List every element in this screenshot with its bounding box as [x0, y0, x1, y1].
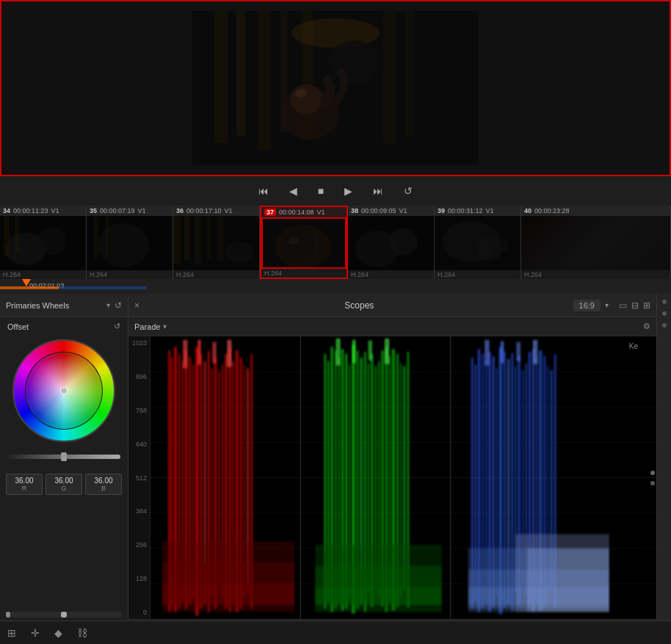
right-edge-markers	[650, 471, 655, 485]
loop-button[interactable]: ↺	[399, 182, 417, 200]
svg-point-32	[289, 237, 299, 245]
clip-track-38: V1	[399, 207, 407, 214]
timeline-clip-35[interactable]: 35 00:00:07:19 V1 H.264	[87, 206, 173, 279]
clip-timecode-39: 00:00:31:12	[448, 207, 483, 214]
transport-controls: ⏮ ◀ ■ ▶ ⏭ ↺	[0, 176, 671, 206]
color-wheel-wrapper[interactable]	[15, 341, 113, 440]
lum-slider-track[interactable]	[6, 612, 122, 618]
g-label: G	[48, 485, 80, 492]
parade-mode-label[interactable]: Parade	[134, 322, 160, 331]
g-value-box[interactable]: 36.00 G	[46, 474, 82, 495]
color-wheel-container	[0, 336, 128, 446]
b-label: B	[87, 485, 120, 492]
clip-number-37: 37	[264, 209, 276, 216]
parade-dropdown-arrow[interactable]: ▾	[163, 322, 167, 330]
svg-rect-1	[214, 11, 228, 143]
svg-rect-21	[105, 216, 109, 256]
blue-channel-waveform	[468, 340, 609, 614]
primaries-wheels-label: Primaries Wheels	[6, 301, 102, 310]
svg-rect-109	[352, 340, 356, 363]
r-value-box[interactable]: 36.00 R	[6, 474, 43, 495]
right-panel-dot-1	[662, 300, 667, 304]
svg-rect-107	[315, 587, 441, 612]
color-wheel-handle[interactable]	[60, 387, 68, 394]
quad-view-icon[interactable]: ⊞	[643, 300, 650, 311]
single-view-icon[interactable]: ▭	[619, 300, 627, 311]
clip-number-36: 36	[176, 207, 184, 214]
green-channel-waveform	[315, 339, 441, 613]
skip-forward-button[interactable]: ⏭	[369, 182, 388, 200]
clip-timecode-40: 00:00:23:28	[534, 207, 570, 214]
clip35-scene	[87, 216, 173, 270]
timeline-clip-37[interactable]: 37 00:00:14:08 V1 H.264	[260, 206, 348, 279]
timeline-clip-34[interactable]: 34 00:00:11:23 V1 H.264	[0, 206, 87, 279]
right-side-panel	[656, 294, 671, 643]
clip-codec-36: H.264	[173, 270, 259, 279]
y-label-0: 0	[128, 609, 150, 616]
svg-rect-110	[368, 341, 372, 361]
svg-rect-111	[385, 339, 389, 364]
step-back-button[interactable]: ◀	[285, 182, 302, 200]
keyframe-indicator: Ke	[629, 342, 638, 350]
y-label-256: 256	[128, 541, 150, 549]
scopes-controls: 16:9 ▾ ▭ ⊟ ⊞	[573, 300, 650, 311]
clip-track-34: V1	[51, 207, 59, 214]
scopes-settings-icon[interactable]: ⚙	[643, 322, 650, 331]
scopes-panel: × Scopes 16:9 ▾ ▭ ⊟ ⊞ Parade ▾ ⚙ 1023	[128, 294, 656, 643]
timeline-ruler[interactable]: 00:02:01:03	[0, 279, 671, 294]
clip-thumbnail-40	[521, 216, 670, 270]
timeline-clip-40[interactable]: 40 00:00:23:28 H.264	[521, 206, 671, 279]
y-label-640: 640	[128, 441, 150, 448]
timeline-clip-36[interactable]: 36 00:00:17:10 V1 H.264	[173, 206, 260, 279]
lum-slider-thumb	[6, 612, 10, 618]
svg-rect-79	[227, 340, 231, 367]
svg-point-39	[492, 238, 509, 253]
r-label: R	[8, 485, 40, 492]
r-value: 36.00	[8, 477, 40, 485]
svg-rect-24	[184, 216, 190, 260]
clip-track-36: V1	[225, 207, 233, 214]
aspect-ratio-selector[interactable]: 16:9	[573, 300, 601, 311]
reset-wheel-icon[interactable]: ↺	[114, 322, 120, 331]
svg-rect-144	[516, 342, 521, 361]
b-value-box[interactable]: 36.00 B	[85, 474, 122, 495]
clip-codec-34: H.264	[0, 270, 86, 279]
scopes-close-button[interactable]: ×	[134, 300, 139, 311]
right-panel-dot-3	[662, 323, 667, 328]
play-button[interactable]: ▶	[340, 182, 357, 200]
parade-waveform-area: 1023 896 768 640 512 384 256 128 0	[128, 336, 656, 619]
timeline-clip-38[interactable]: 38 00:00:09:05 V1 H.264	[348, 206, 435, 279]
scopes-title: Scopes	[145, 300, 573, 311]
svg-point-10	[290, 84, 322, 114]
clip-thumbnail-39	[435, 216, 521, 270]
clip38-scene	[348, 216, 434, 270]
rgb-value-display: 36.00 R 36.00 G 36.00 B	[0, 471, 128, 498]
timeline-clip-39[interactable]: 39 00:00:31:12 V1 H.264	[435, 206, 521, 279]
view-mode-icons: ▭ ⊟ ⊞	[619, 300, 650, 311]
clip-codec-40: H.264	[521, 270, 670, 279]
grid-icon[interactable]: ⊞	[7, 627, 16, 639]
add-icon[interactable]: ✛	[31, 627, 40, 639]
stop-button[interactable]: ■	[313, 182, 328, 200]
clip-codec-37: H.264	[261, 269, 347, 278]
clip-timecode-36: 00:00:17:10	[186, 207, 222, 214]
link-icon[interactable]: ⛓	[77, 627, 87, 639]
clip-timecode-37: 00:00:14:08	[279, 209, 314, 216]
y-label-512: 512	[128, 474, 150, 482]
dual-view-icon[interactable]: ⊟	[631, 300, 639, 311]
y-axis: 1023 896 768 640 512 384 256 128 0	[128, 336, 150, 619]
scopes-toolbar: Parade ▾ ⚙	[128, 317, 656, 336]
brightness-slider[interactable]	[7, 455, 120, 459]
svg-rect-20	[94, 216, 98, 260]
scopes-header: × Scopes 16:9 ▾ ▭ ⊟ ⊞	[128, 294, 656, 317]
history-icon[interactable]: ↺	[115, 300, 122, 311]
svg-point-35	[388, 228, 418, 255]
skip-back-button[interactable]: ⏮	[254, 182, 273, 200]
diamond-icon[interactable]: ◆	[54, 627, 62, 639]
y-label-896: 896	[128, 373, 150, 380]
clip-codec-35: H.264	[87, 270, 173, 279]
clip34-scene	[0, 216, 86, 270]
svg-rect-141	[527, 549, 609, 612]
panel-header: Primaries Wheels ▾ ↺	[0, 294, 128, 317]
dropdown-arrow-icon[interactable]: ▾	[106, 301, 110, 309]
